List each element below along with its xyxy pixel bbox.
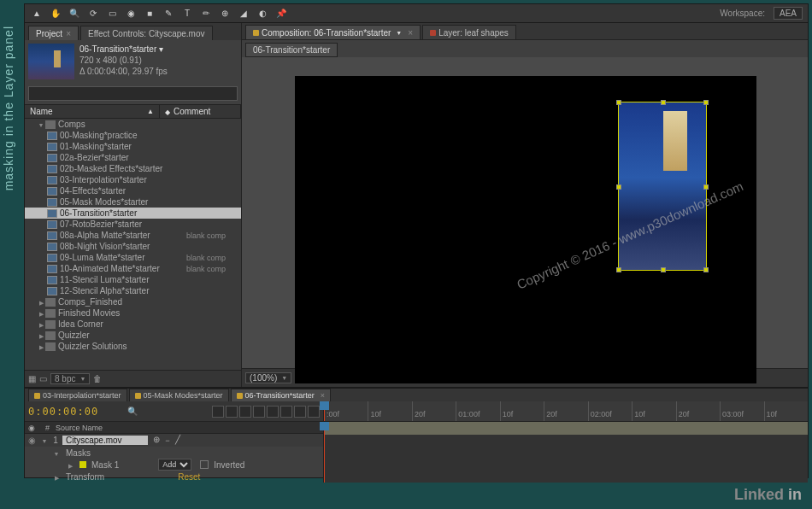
- folder[interactable]: Comps_Finished: [25, 296, 241, 307]
- tl-switch[interactable]: [308, 406, 320, 418]
- timecode[interactable]: 0:00:00:00: [28, 406, 98, 418]
- comp-item[interactable]: 12-Stencil Alpha*starter: [25, 285, 241, 296]
- mask-handle[interactable]: [661, 267, 666, 272]
- tl-switch[interactable]: [294, 406, 306, 418]
- mask-selection[interactable]: [618, 102, 707, 271]
- puppet-tool[interactable]: 📌: [274, 7, 288, 20]
- tl-switch[interactable]: [280, 406, 292, 418]
- tl-tab[interactable]: 05-Mask Modes*starter: [129, 389, 229, 401]
- close-icon[interactable]: ×: [408, 28, 413, 38]
- search-icon[interactable]: 🔍: [127, 407, 138, 416]
- project-footer: ▦ ▭ 8 bpc 🗑: [25, 370, 241, 387]
- mask-handle[interactable]: [703, 100, 709, 105]
- comp-breadcrumb[interactable]: 06-Transition*starter: [245, 43, 338, 57]
- tl-switch[interactable]: [239, 406, 251, 418]
- bpc-dropdown[interactable]: 8 bpc: [50, 373, 90, 384]
- lesson-title: masking in the Layer panel: [2, 26, 15, 190]
- interpret-icon[interactable]: ▦: [28, 374, 36, 383]
- comp-icon: [253, 30, 259, 36]
- tab-layer[interactable]: Layer: leaf shapes: [422, 25, 516, 39]
- comp-item[interactable]: 04-Effects*starter: [25, 185, 241, 196]
- folder[interactable]: Quizzler: [25, 330, 241, 341]
- time-ruler[interactable]: :00f10f20f01:00f10f20f02:00f10f20f03:00f…: [324, 401, 808, 422]
- layer-icon: [430, 30, 436, 36]
- comp-item[interactable]: 01-Masking*starter: [25, 141, 241, 152]
- clone-tool[interactable]: ⊕: [218, 7, 232, 20]
- layer-name[interactable]: Cityscape.mov: [62, 436, 148, 445]
- pan-behind-tool[interactable]: ◉: [124, 7, 138, 20]
- rotate-tool[interactable]: ⟳: [86, 7, 100, 20]
- comp-item-selected[interactable]: 06-Transition*starter: [25, 208, 241, 219]
- playhead[interactable]: [324, 401, 325, 421]
- folder[interactable]: Quizzler Solutions: [25, 341, 241, 352]
- playhead-line[interactable]: [324, 422, 325, 483]
- visibility-icon[interactable]: ◉: [28, 436, 40, 445]
- comp-item[interactable]: 02b-Masked Effects*starter: [25, 163, 241, 174]
- tl-switch[interactable]: [226, 406, 238, 418]
- comp-item[interactable]: 02a-Bezier*starter: [25, 152, 241, 163]
- folder-new-icon[interactable]: ▭: [39, 374, 47, 383]
- track-area[interactable]: [324, 422, 808, 483]
- col-source-name[interactable]: Source Name: [56, 424, 323, 432]
- comp-item[interactable]: 00-Masking*practice: [25, 130, 241, 141]
- mask-handle[interactable]: [616, 267, 621, 272]
- col-comment-header[interactable]: ◆Comment: [160, 105, 241, 118]
- close-icon[interactable]: ×: [321, 391, 325, 400]
- project-tree: Comps 00-Masking*practice 01-Masking*sta…: [25, 119, 241, 370]
- tl-switch[interactable]: [267, 406, 279, 418]
- eraser-tool[interactable]: ◢: [237, 7, 250, 20]
- tl-switch[interactable]: [253, 406, 265, 418]
- brush-tool[interactable]: ✏: [199, 7, 213, 20]
- zoom-dropdown[interactable]: (100%): [245, 372, 291, 383]
- hand-tool[interactable]: ✋: [49, 7, 62, 20]
- masks-group[interactable]: Masks: [25, 447, 323, 459]
- composition-viewer[interactable]: [295, 76, 756, 383]
- folder[interactable]: Finished Movies: [25, 307, 241, 319]
- after-effects-window: ▲ ✋ 🔍 ⟳ ▭ ◉ ■ ✎ T ✏ ⊕ ◢ ◐ 📌 Workspace: A…: [24, 3, 809, 478]
- inverted-checkbox[interactable]: [200, 460, 209, 469]
- pen-tool[interactable]: ✎: [162, 7, 175, 20]
- comp-item[interactable]: 08a-Alpha Matte*starterblank comp: [25, 230, 241, 241]
- tab-effect-controls[interactable]: Effect Controls: Cityscape.mov: [80, 26, 213, 40]
- tab-composition[interactable]: Composition: 06-Transition*starter▼×: [245, 25, 421, 39]
- mask-handle[interactable]: [661, 100, 666, 105]
- selection-tool[interactable]: ▲: [30, 7, 44, 20]
- type-tool[interactable]: T: [180, 7, 194, 20]
- rect-tool[interactable]: ■: [143, 7, 156, 20]
- comp-item[interactable]: 03-Interpolation*starter: [25, 174, 241, 185]
- mask-mode-dropdown[interactable]: Add: [158, 459, 191, 471]
- col-name-header[interactable]: Name▲: [25, 105, 160, 118]
- tl-switch[interactable]: [212, 406, 224, 418]
- viewer-panel: Composition: 06-Transition*starter▼× Lay…: [242, 23, 808, 387]
- roto-tool[interactable]: ◐: [256, 7, 269, 20]
- timeline-panel: 03-Interpolation*starter 05-Mask Modes*s…: [25, 387, 808, 477]
- trash-icon[interactable]: 🗑: [93, 374, 102, 383]
- mask-handle[interactable]: [616, 100, 621, 105]
- folder[interactable]: Idea Corner: [25, 319, 241, 330]
- tab-project[interactable]: Project×: [28, 26, 79, 40]
- folder-comps[interactable]: Comps: [25, 119, 241, 130]
- comp-item[interactable]: 11-Stencil Luma*starter: [25, 274, 241, 285]
- comp-item[interactable]: 05-Mask Modes*starter: [25, 196, 241, 208]
- tl-tab-active[interactable]: 06-Transition*starter×: [231, 389, 331, 401]
- comp-thumbnail: [28, 44, 74, 79]
- comp-item[interactable]: 08b-Night Vision*starter: [25, 241, 241, 252]
- comp-item[interactable]: 10-Animated Matte*starterblank comp: [25, 263, 241, 274]
- layer-clip[interactable]: [324, 422, 808, 435]
- toolbar: ▲ ✋ 🔍 ⟳ ▭ ◉ ■ ✎ T ✏ ⊕ ◢ ◐ 📌 Workspace: A…: [25, 4, 808, 23]
- mask-handle[interactable]: [703, 267, 709, 272]
- camera-tool[interactable]: ▭: [105, 7, 119, 20]
- comp-item[interactable]: 09-Luma Matte*starterblank comp: [25, 252, 241, 263]
- mask-row[interactable]: Mask 1 Add Inverted: [25, 459, 323, 471]
- project-search[interactable]: [28, 86, 238, 101]
- comp-item[interactable]: 07-RotoBezier*starter: [25, 219, 241, 230]
- comp-info: 06-Transition*starter ▾ 720 x 480 (0.91)…: [79, 44, 168, 79]
- zoom-tool[interactable]: 🔍: [68, 7, 81, 20]
- layer-row[interactable]: ◉ 1 Cityscape.mov ⊕－╱: [25, 434, 323, 447]
- transform-group[interactable]: TransformReset: [25, 471, 323, 483]
- close-icon[interactable]: ×: [66, 29, 71, 38]
- workspace-dropdown[interactable]: AEA: [774, 7, 803, 20]
- tl-tab[interactable]: 03-Interpolation*starter: [28, 389, 127, 401]
- mask-handle[interactable]: [703, 184, 709, 190]
- mask-handle[interactable]: [616, 184, 621, 190]
